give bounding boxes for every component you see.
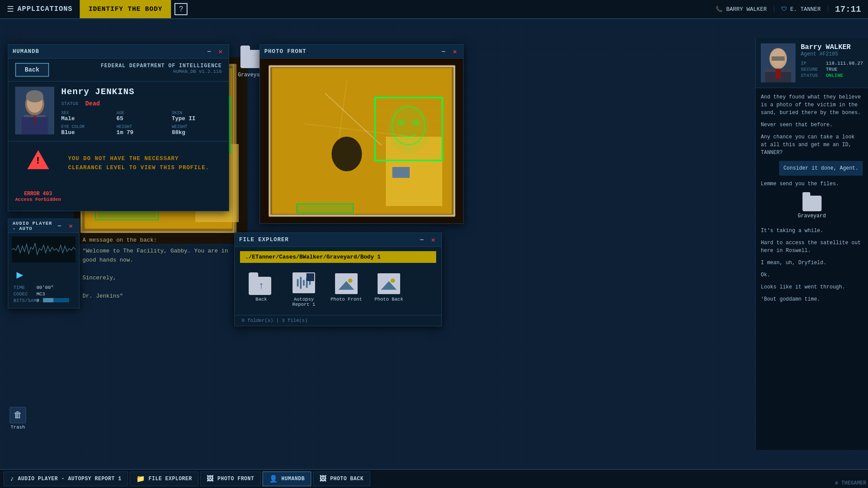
photo-back-intro: A message on the back:	[82, 237, 233, 243]
status-line: STATUS Dead	[61, 100, 222, 107]
time-display: 17:11	[828, 4, 868, 14]
file-item-photo-back[interactable]: Photo Back	[369, 270, 408, 310]
attrs-grid: SEX Male AGE 65 SKIN Type II EYE COLOR B…	[61, 111, 222, 136]
audio-player-title: AUDIO PLAYER - AUTO	[13, 221, 56, 231]
file-explorer-titlebar: FILE EXPLORER — ✕	[235, 233, 441, 247]
trash-item[interactable]: 🗑 Trash	[10, 407, 26, 430]
photo-front-file-label: Photo Front	[331, 297, 362, 302]
minimize-audio[interactable]: —	[56, 222, 63, 230]
photo-back-file-icon	[376, 272, 402, 295]
agent-tanner-name: E. TANNER	[790, 6, 821, 13]
taskbar-humandb-icon: 👤	[269, 475, 278, 483]
minimize-button[interactable]: —	[205, 48, 213, 56]
audio-bits-row: BITS/SAMP. 8	[13, 298, 74, 303]
question-button[interactable]: ?	[174, 3, 187, 15]
svg-point-41	[388, 104, 429, 154]
taskbar-humandb-label: HUMANDB	[281, 476, 305, 482]
agent-name: Barry WALKER	[801, 43, 863, 51]
chat-folder[interactable]: Graveyard	[761, 192, 863, 223]
small-folder-icon	[802, 196, 822, 211]
minimize-file-explorer[interactable]: —	[418, 236, 426, 244]
taskbar-audio-label: AUDIO PLAYER - AUTOPSY REPORT 1	[18, 476, 122, 482]
agent-id: Agent #F2105	[801, 51, 863, 57]
error-message: YOU DO NOT HAVE THE NECESSARY CLEARANCE …	[68, 154, 210, 173]
chat-msg-11: 'Bout goddamn time.	[761, 295, 863, 303]
taskbar-audio-icon: ♪	[10, 475, 14, 483]
chat-msg-1: And they found what they believe is a ph…	[761, 93, 863, 117]
trash-label: Trash	[10, 425, 25, 430]
top-bar: ☰ APPLICATIONS IDENTIFY THE BODY ? 📞 BAR…	[0, 0, 868, 19]
circle-icon-2	[391, 278, 395, 283]
back-button[interactable]: Back	[15, 63, 49, 77]
agent-barry-section[interactable]: 📞 BARRY WALKER	[709, 6, 774, 13]
error-section: ERROR 403 Access Forbidden YOU DO NOT HA…	[8, 141, 229, 211]
close-button[interactable]: ✕	[217, 48, 224, 56]
agent-barry-name: BARRY WALKER	[726, 6, 767, 13]
photo-front-controls: — ✕	[440, 48, 459, 56]
chat-msg-4: Consider it done, Agent.	[779, 161, 863, 176]
age-attr: AGE 65	[116, 111, 166, 122]
agent-details: Barry WALKER Agent #F2105 IP 118.111.98.…	[801, 43, 863, 79]
file-explorer-window: FILE EXPLORER — ✕ ./ETanner/Cases/BWalke…	[234, 233, 442, 326]
taskbar-photo-front[interactable]: 🖼 PHOTO FRONT	[200, 472, 260, 486]
taskbar-file-explorer[interactable]: 📁 FILE EXPLORER	[130, 472, 199, 486]
minimize-photo-front[interactable]: —	[440, 48, 447, 56]
audio-player-window: AUDIO PLAYER - AUTO — ✕ ▶ TIME 00'00" CO…	[8, 219, 79, 308]
chat-folder-label: Graveyard	[798, 213, 826, 219]
taskbar-photo-back[interactable]: 🖼 PHOTO BACK	[313, 472, 370, 486]
image-icon	[335, 273, 358, 294]
audio-info: TIME 00'00" CODEC MC3 BITS/SAMP. 8	[8, 283, 79, 308]
path-bar: ./ETanner/Cases/BWalker/Graveyard/Body 1	[240, 251, 436, 263]
file-item-autopsy[interactable]: Autopsy Report 1	[284, 270, 323, 310]
taskbar-file-label: FILE EXPLORER	[148, 476, 192, 482]
file-item-back[interactable]: ↑ Back	[242, 270, 281, 310]
taskbar-folder-icon: 📁	[136, 475, 145, 483]
hamburger-icon: ☰	[7, 4, 14, 14]
status-label: STATUS	[61, 101, 79, 106]
agent-ip-field: IP 118.111.98.27	[801, 61, 863, 66]
identify-body-tab[interactable]: IDENTIFY THE BODY	[80, 0, 171, 18]
photo-front-titlebar: PHOTO FRONT — ✕	[260, 45, 463, 59]
profile-info: Henry JENKINS STATUS Dead SEX Male AGE 6…	[61, 87, 222, 136]
fed-dept-label: FEDERAL DEPARTMENT OF INTELLIGENCE HUMAN…	[101, 63, 222, 74]
humandb-header: Back FEDERAL DEPARTMENT OF INTELLIGENCE …	[8, 59, 229, 82]
mountain-icon	[339, 278, 354, 290]
svg-rect-19	[26, 96, 43, 100]
trash-icon: 🗑	[10, 407, 26, 423]
agent-secure-field: SECURE TRUE	[801, 67, 863, 72]
audio-player-titlebar: AUDIO PLAYER - AUTO — ✕	[8, 219, 79, 233]
agent-tanner-section[interactable]: 🛡 E. TANNER	[774, 6, 828, 13]
chat-msg-3: Any chance you can take a look at all th…	[761, 133, 863, 157]
image-icon-2	[378, 273, 400, 294]
chat-msg-9: Ok.	[761, 271, 863, 279]
file-item-photo-front[interactable]: Photo Front	[327, 270, 366, 310]
file-explorer-controls: — ✕	[418, 236, 437, 244]
profile-photo	[15, 87, 54, 134]
svg-rect-58	[776, 69, 781, 79]
audio-player-controls: — ✕	[56, 222, 75, 230]
close-file-explorer[interactable]: ✕	[429, 236, 437, 244]
taskbar-humandb[interactable]: 👤 HUMANDB	[263, 472, 311, 486]
audio-time-row: TIME 00'00"	[13, 285, 74, 290]
close-photo-front[interactable]: ✕	[451, 48, 459, 56]
taskbar-audio-player[interactable]: ♪ AUDIO PLAYER - AUTOPSY REPORT 1	[3, 472, 128, 486]
agent-status-field: STATUS ONLINE	[801, 73, 863, 78]
top-bar-right: 📞 BARRY WALKER 🛡 E. TANNER 17:11	[709, 0, 868, 18]
agent-photo	[761, 43, 796, 82]
close-audio[interactable]: ✕	[67, 222, 75, 230]
photo-front-image	[260, 59, 463, 223]
audio-controls: ▶	[8, 266, 79, 283]
profile-section: Henry JENKINS STATUS Dead SEX Male AGE 6…	[8, 82, 229, 141]
file-status-bar: 0 folder(s) | 3 file(s)	[235, 315, 441, 326]
chat-msg-7: Hard to access the satellite out here in…	[761, 239, 863, 255]
svg-point-49	[412, 119, 421, 126]
svg-rect-55	[772, 56, 785, 61]
humandb-titlebar: HUMANDB — ✕	[8, 45, 229, 59]
apps-menu[interactable]: ☰ APPLICATIONS	[0, 0, 80, 18]
play-button[interactable]: ▶	[13, 269, 26, 281]
svg-point-30	[332, 137, 362, 171]
photo-back-file-label: Photo Back	[375, 297, 403, 302]
fed-dept-title: FEDERAL DEPARTMENT OF INTELLIGENCE	[101, 63, 222, 69]
bottom-taskbar: ♪ AUDIO PLAYER - AUTOPSY REPORT 1 📁 FILE…	[0, 469, 868, 488]
mountain-icon-2	[381, 278, 397, 290]
